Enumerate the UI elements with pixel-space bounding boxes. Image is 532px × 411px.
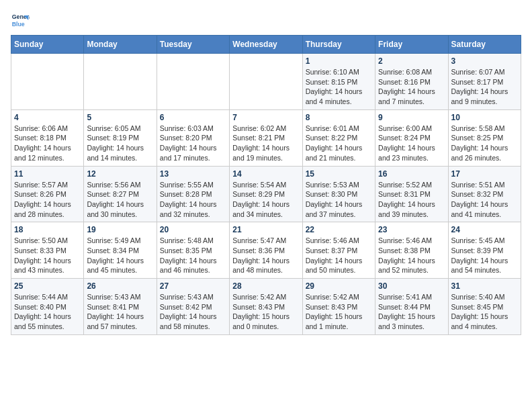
logo-icon: General Blue	[11, 11, 30, 30]
day-info: Sunrise: 5:49 AM Sunset: 8:34 PM Dayligh…	[87, 236, 153, 275]
day-number: 27	[160, 281, 226, 291]
day-header-monday: Monday	[84, 36, 157, 54]
day-cell: 6Sunrise: 6:03 AM Sunset: 8:20 PM Daylig…	[157, 109, 229, 166]
week-row-4: 18Sunrise: 5:50 AM Sunset: 8:33 PM Dayli…	[11, 222, 521, 279]
day-number: 15	[306, 169, 372, 179]
day-cell: 10Sunrise: 5:58 AM Sunset: 8:25 PM Dayli…	[448, 109, 521, 166]
day-info: Sunrise: 5:46 AM Sunset: 8:37 PM Dayligh…	[306, 236, 372, 275]
day-info: Sunrise: 5:45 AM Sunset: 8:39 PM Dayligh…	[451, 236, 518, 275]
day-number: 25	[14, 281, 81, 291]
day-number: 2	[378, 56, 445, 66]
day-cell: 27Sunrise: 5:43 AM Sunset: 8:42 PM Dayli…	[157, 279, 229, 335]
day-number: 14	[232, 169, 299, 179]
day-number: 16	[378, 169, 445, 179]
day-cell: 7Sunrise: 6:02 AM Sunset: 8:21 PM Daylig…	[230, 109, 302, 166]
day-cell: 17Sunrise: 5:51 AM Sunset: 8:32 PM Dayli…	[448, 166, 521, 222]
calendar-header: SundayMondayTuesdayWednesdayThursdayFrid…	[11, 36, 521, 54]
day-cell: 22Sunrise: 5:46 AM Sunset: 8:37 PM Dayli…	[302, 222, 375, 279]
day-number: 4	[14, 113, 81, 122]
day-cell: 1Sunrise: 6:10 AM Sunset: 8:15 PM Daylig…	[302, 54, 375, 110]
day-info: Sunrise: 5:54 AM Sunset: 8:29 PM Dayligh…	[232, 180, 299, 220]
day-number: 10	[451, 113, 518, 122]
calendar-table: SundayMondayTuesdayWednesdayThursdayFrid…	[11, 35, 521, 335]
day-cell: 15Sunrise: 5:53 AM Sunset: 8:30 PM Dayli…	[302, 166, 375, 222]
day-info: Sunrise: 6:01 AM Sunset: 8:22 PM Dayligh…	[306, 124, 372, 163]
day-info: Sunrise: 5:43 AM Sunset: 8:41 PM Dayligh…	[87, 292, 153, 332]
day-cell: 13Sunrise: 5:55 AM Sunset: 8:28 PM Dayli…	[157, 166, 229, 222]
day-cell	[84, 54, 157, 110]
page-header: General Blue	[11, 11, 521, 30]
week-row-2: 4Sunrise: 6:06 AM Sunset: 8:18 PM Daylig…	[11, 109, 521, 166]
day-number: 5	[87, 113, 153, 122]
day-cell: 4Sunrise: 6:06 AM Sunset: 8:18 PM Daylig…	[11, 109, 84, 166]
logo: General Blue	[11, 11, 32, 30]
day-cell: 24Sunrise: 5:45 AM Sunset: 8:39 PM Dayli…	[448, 222, 521, 279]
day-info: Sunrise: 5:40 AM Sunset: 8:45 PM Dayligh…	[451, 292, 518, 332]
day-number: 31	[451, 281, 518, 291]
day-info: Sunrise: 5:47 AM Sunset: 8:36 PM Dayligh…	[232, 236, 299, 275]
day-cell: 23Sunrise: 5:46 AM Sunset: 8:38 PM Dayli…	[375, 222, 448, 279]
day-header-sunday: Sunday	[11, 36, 84, 54]
day-info: Sunrise: 6:03 AM Sunset: 8:20 PM Dayligh…	[160, 124, 226, 163]
day-header-friday: Friday	[375, 36, 448, 54]
day-info: Sunrise: 5:41 AM Sunset: 8:44 PM Dayligh…	[378, 292, 445, 332]
day-number: 12	[87, 169, 153, 179]
week-row-3: 11Sunrise: 5:57 AM Sunset: 8:26 PM Dayli…	[11, 166, 521, 222]
day-cell: 14Sunrise: 5:54 AM Sunset: 8:29 PM Dayli…	[230, 166, 302, 222]
day-cell: 11Sunrise: 5:57 AM Sunset: 8:26 PM Dayli…	[11, 166, 84, 222]
day-info: Sunrise: 6:02 AM Sunset: 8:21 PM Dayligh…	[232, 124, 299, 163]
day-cell: 2Sunrise: 6:08 AM Sunset: 8:16 PM Daylig…	[375, 54, 448, 110]
day-cell: 26Sunrise: 5:43 AM Sunset: 8:41 PM Dayli…	[84, 279, 157, 335]
day-info: Sunrise: 5:42 AM Sunset: 8:43 PM Dayligh…	[306, 292, 372, 332]
day-cell: 5Sunrise: 6:05 AM Sunset: 8:19 PM Daylig…	[84, 109, 157, 166]
day-info: Sunrise: 5:53 AM Sunset: 8:30 PM Dayligh…	[306, 180, 372, 220]
day-cell: 31Sunrise: 5:40 AM Sunset: 8:45 PM Dayli…	[448, 279, 521, 335]
day-cell: 16Sunrise: 5:52 AM Sunset: 8:31 PM Dayli…	[375, 166, 448, 222]
day-header-saturday: Saturday	[448, 36, 521, 54]
day-number: 24	[451, 225, 518, 234]
day-info: Sunrise: 5:56 AM Sunset: 8:27 PM Dayligh…	[87, 180, 153, 220]
day-number: 21	[232, 225, 299, 234]
day-info: Sunrise: 5:55 AM Sunset: 8:28 PM Dayligh…	[160, 180, 226, 220]
day-cell: 28Sunrise: 5:42 AM Sunset: 8:43 PM Dayli…	[230, 279, 302, 335]
week-row-5: 25Sunrise: 5:44 AM Sunset: 8:40 PM Dayli…	[11, 279, 521, 335]
day-info: Sunrise: 6:00 AM Sunset: 8:24 PM Dayligh…	[378, 124, 445, 163]
day-info: Sunrise: 6:06 AM Sunset: 8:18 PM Dayligh…	[14, 124, 81, 163]
day-number: 1	[306, 56, 372, 66]
day-cell: 19Sunrise: 5:49 AM Sunset: 8:34 PM Dayli…	[84, 222, 157, 279]
day-header-tuesday: Tuesday	[157, 36, 229, 54]
day-info: Sunrise: 5:52 AM Sunset: 8:31 PM Dayligh…	[378, 180, 445, 220]
day-header-thursday: Thursday	[302, 36, 375, 54]
day-number: 8	[306, 113, 372, 122]
day-info: Sunrise: 6:10 AM Sunset: 8:15 PM Dayligh…	[306, 67, 372, 107]
day-number: 9	[378, 113, 445, 122]
day-number: 3	[451, 56, 518, 66]
day-number: 17	[451, 169, 518, 179]
day-number: 13	[160, 169, 226, 179]
day-number: 26	[87, 281, 153, 291]
day-cell: 21Sunrise: 5:47 AM Sunset: 8:36 PM Dayli…	[230, 222, 302, 279]
svg-text:Blue: Blue	[12, 21, 25, 28]
day-cell: 29Sunrise: 5:42 AM Sunset: 8:43 PM Dayli…	[302, 279, 375, 335]
day-cell	[230, 54, 302, 110]
day-info: Sunrise: 6:05 AM Sunset: 8:19 PM Dayligh…	[87, 124, 153, 163]
day-number: 11	[14, 169, 81, 179]
day-cell: 12Sunrise: 5:56 AM Sunset: 8:27 PM Dayli…	[84, 166, 157, 222]
week-row-1: 1Sunrise: 6:10 AM Sunset: 8:15 PM Daylig…	[11, 54, 521, 110]
day-cell: 3Sunrise: 6:07 AM Sunset: 8:17 PM Daylig…	[448, 54, 521, 110]
day-cell	[11, 54, 84, 110]
day-number: 28	[232, 281, 299, 291]
day-info: Sunrise: 5:46 AM Sunset: 8:38 PM Dayligh…	[378, 236, 445, 275]
day-cell	[157, 54, 229, 110]
day-info: Sunrise: 6:07 AM Sunset: 8:17 PM Dayligh…	[451, 67, 518, 107]
day-number: 23	[378, 225, 445, 234]
day-info: Sunrise: 5:44 AM Sunset: 8:40 PM Dayligh…	[14, 292, 81, 332]
day-cell: 30Sunrise: 5:41 AM Sunset: 8:44 PM Dayli…	[375, 279, 448, 335]
day-info: Sunrise: 5:58 AM Sunset: 8:25 PM Dayligh…	[451, 124, 518, 163]
day-number: 29	[306, 281, 372, 291]
day-cell: 25Sunrise: 5:44 AM Sunset: 8:40 PM Dayli…	[11, 279, 84, 335]
day-info: Sunrise: 5:57 AM Sunset: 8:26 PM Dayligh…	[14, 180, 81, 220]
day-info: Sunrise: 5:43 AM Sunset: 8:42 PM Dayligh…	[160, 292, 226, 332]
day-header-wednesday: Wednesday	[230, 36, 302, 54]
day-cell: 20Sunrise: 5:48 AM Sunset: 8:35 PM Dayli…	[157, 222, 229, 279]
